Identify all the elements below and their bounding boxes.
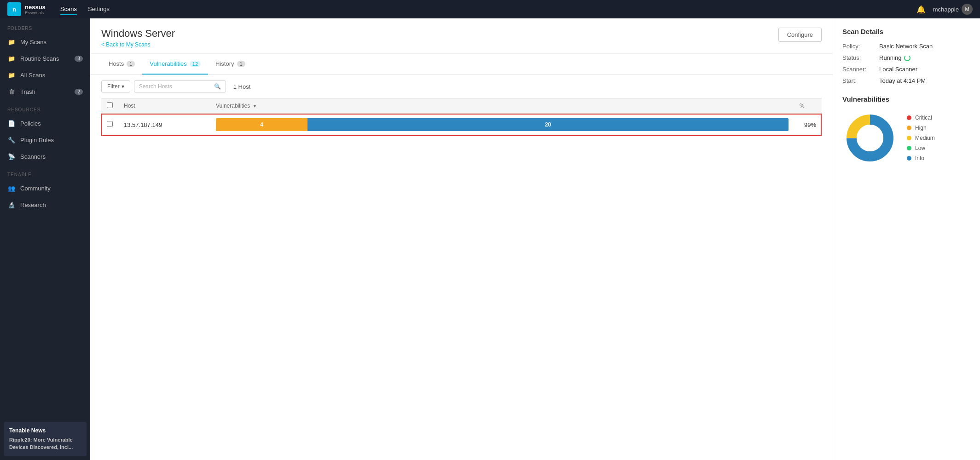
page-title: Windows Server bbox=[101, 28, 175, 40]
filter-label: Filter bbox=[107, 83, 120, 90]
tab-hosts[interactable]: Hosts 1 bbox=[101, 54, 142, 75]
avatar: M bbox=[962, 4, 973, 15]
table-header-row: Host Vulnerabilities ▾ % bbox=[101, 98, 822, 114]
chevron-down-icon: ▾ bbox=[122, 83, 124, 90]
logo-box: n bbox=[7, 2, 21, 16]
resources-label: RESOURCES bbox=[0, 100, 90, 115]
sidebar-bottom: Tenable News Ripple20: More Vulnerable D… bbox=[0, 418, 90, 460]
policy-icon: 📄 bbox=[7, 119, 16, 127]
sidebar-label-all-scans: All Scans bbox=[20, 72, 45, 79]
trash-icon: 🗑 bbox=[7, 87, 16, 96]
sidebar-item-policies[interactable]: 📄 Policies bbox=[0, 115, 90, 132]
sidebar-item-my-scans[interactable]: 📁 My Scans bbox=[0, 34, 90, 50]
th-vulnerabilities[interactable]: Vulnerabilities ▾ bbox=[210, 98, 794, 114]
vulnerabilities-chart-title: Vulnerabilities bbox=[842, 95, 971, 103]
info-bar: 20 bbox=[307, 118, 789, 131]
sidebar-item-community[interactable]: 👥 Community bbox=[0, 180, 90, 196]
scanner-icon: 📡 bbox=[7, 152, 16, 161]
plugin-icon: 🔧 bbox=[7, 136, 16, 144]
folder-icon: 📁 bbox=[7, 71, 16, 79]
tenable-news: Tenable News Ripple20: More Vulnerable D… bbox=[4, 422, 87, 456]
sidebar-item-scanners[interactable]: 📡 Scanners bbox=[0, 148, 90, 165]
row-pct: 99% bbox=[794, 114, 822, 136]
sidebar-label-policies: Policies bbox=[20, 120, 41, 127]
status-label: Status: bbox=[842, 54, 879, 61]
tab-history-badge: 1 bbox=[237, 61, 245, 67]
tab-vulnerabilities-badge: 12 bbox=[190, 61, 201, 67]
trash-badge: 2 bbox=[75, 89, 83, 95]
legend-info: Info bbox=[907, 155, 935, 161]
folders-label: FOLDERS bbox=[0, 18, 90, 34]
search-box[interactable]: Search Hosts 🔍 bbox=[134, 80, 226, 92]
filter-button[interactable]: Filter ▾ bbox=[101, 80, 130, 92]
nav-settings[interactable]: Settings bbox=[88, 4, 110, 15]
sidebar: FOLDERS 📁 My Scans 📁 Routine Scans 3 📁 A… bbox=[0, 18, 90, 460]
logo: n nessus Essentials bbox=[7, 2, 46, 16]
scan-table: Host Vulnerabilities ▾ % 13.57.187.14942… bbox=[101, 98, 822, 136]
status-text: Running bbox=[879, 54, 901, 61]
logo-text-wrap: nessus Essentials bbox=[25, 4, 46, 15]
scanner-value: Local Scanner bbox=[879, 66, 917, 73]
tab-hosts-badge: 1 bbox=[127, 61, 135, 67]
donut-svg bbox=[842, 110, 898, 166]
sidebar-item-plugin-rules[interactable]: 🔧 Plugin Rules bbox=[0, 132, 90, 148]
folder-icon: 📁 bbox=[7, 54, 16, 63]
svg-point-2 bbox=[857, 125, 883, 151]
legend-dot-low bbox=[907, 146, 911, 150]
news-body: Ripple20: More Vulnerable Devices Discov… bbox=[9, 437, 81, 451]
tab-history[interactable]: History 1 bbox=[208, 54, 253, 75]
main-content: Windows Server < Back to My Scans Config… bbox=[90, 18, 833, 460]
sidebar-item-routine-scans[interactable]: 📁 Routine Scans 3 bbox=[0, 50, 90, 67]
sidebar-label-community: Community bbox=[20, 185, 51, 192]
scanner-row: Scanner: Local Scanner bbox=[842, 66, 971, 73]
host-count: 1 Host bbox=[233, 83, 251, 90]
select-all-checkbox[interactable] bbox=[107, 102, 113, 108]
logo-icon: n bbox=[12, 6, 16, 13]
routine-scans-badge: 3 bbox=[75, 56, 83, 62]
bell-icon[interactable]: 🔔 bbox=[916, 5, 926, 14]
scanner-label: Scanner: bbox=[842, 66, 879, 73]
configure-button[interactable]: Configure bbox=[778, 28, 822, 42]
back-link[interactable]: < Back to My Scans bbox=[101, 41, 175, 48]
legend-dot-critical bbox=[907, 115, 911, 120]
sort-icon: ▾ bbox=[254, 104, 256, 109]
th-pct: % bbox=[794, 98, 822, 114]
sidebar-item-trash[interactable]: 🗑 Trash 2 bbox=[0, 83, 90, 100]
sidebar-item-all-scans[interactable]: 📁 All Scans bbox=[0, 67, 90, 83]
search-placeholder: Search Hosts bbox=[139, 83, 172, 90]
news-title: Tenable News bbox=[9, 427, 81, 434]
logo-sub: Essentials bbox=[25, 11, 46, 15]
legend-high: High bbox=[907, 125, 935, 131]
th-vuln-label: Vulnerabilities bbox=[216, 103, 250, 109]
legend-dot-info bbox=[907, 156, 911, 161]
research-icon: 🔬 bbox=[7, 201, 16, 209]
row-checkbox[interactable] bbox=[107, 121, 113, 127]
search-icon: 🔍 bbox=[214, 83, 221, 90]
table-row[interactable]: 13.57.187.14942099% bbox=[101, 114, 822, 136]
sidebar-label-routine-scans: Routine Scans bbox=[20, 55, 59, 62]
policy-value: Basic Network Scan bbox=[879, 43, 933, 50]
news-body-text: Ripple20: More Vulnerable Devices Discov… bbox=[9, 437, 73, 449]
start-value: Today at 4:14 PM bbox=[879, 77, 926, 84]
nav-scans[interactable]: Scans bbox=[60, 4, 77, 15]
tenable-label: TENABLE bbox=[0, 165, 90, 180]
sidebar-label-plugin-rules: Plugin Rules bbox=[20, 137, 54, 144]
username: mchapple bbox=[933, 6, 959, 13]
th-host: Host bbox=[118, 98, 210, 114]
page-header-left: Windows Server < Back to My Scans bbox=[101, 28, 175, 48]
legend-medium: Medium bbox=[907, 135, 935, 141]
chart-legend: Critical High Medium Low bbox=[907, 115, 935, 161]
th-checkbox bbox=[101, 98, 118, 114]
page-header: Windows Server < Back to My Scans Config… bbox=[90, 18, 833, 54]
start-row: Start: Today at 4:14 PM bbox=[842, 77, 971, 84]
user-menu[interactable]: mchapple M bbox=[933, 4, 973, 15]
sidebar-item-research[interactable]: 🔬 Research bbox=[0, 196, 90, 213]
row-checkbox-cell bbox=[101, 114, 118, 136]
tab-vulnerabilities[interactable]: Vulnerabilities 12 bbox=[142, 54, 208, 75]
sidebar-label-research: Research bbox=[20, 201, 46, 208]
community-icon: 👥 bbox=[7, 184, 16, 192]
tab-history-label: History bbox=[215, 60, 234, 67]
status-row: Status: Running bbox=[842, 54, 971, 61]
legend-dot-medium bbox=[907, 136, 911, 140]
legend-low: Low bbox=[907, 145, 935, 151]
